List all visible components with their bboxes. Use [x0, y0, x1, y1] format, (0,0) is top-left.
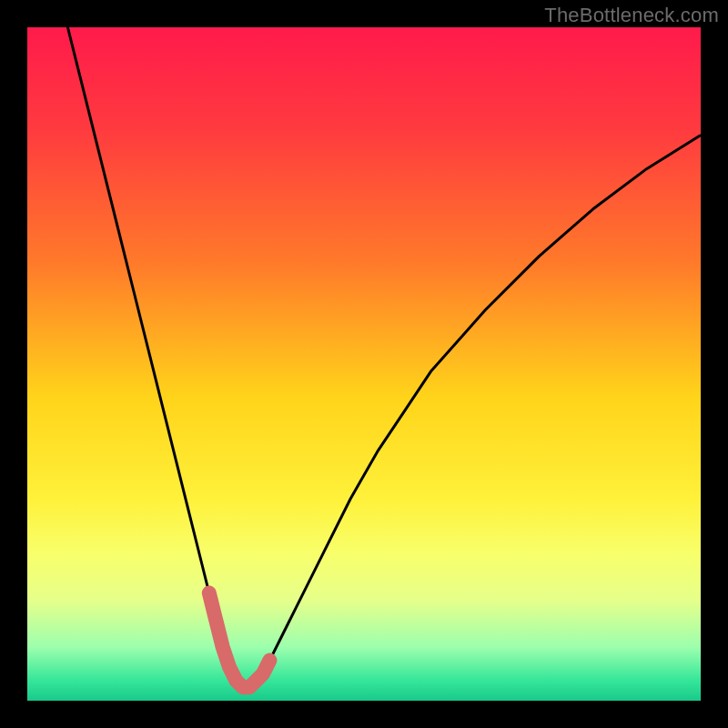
- outer-frame: TheBottleneck.com: [0, 0, 728, 728]
- gradient-background: [27, 27, 701, 701]
- chart-svg: [27, 27, 701, 701]
- plot-area: [27, 27, 701, 701]
- watermark-text: TheBottleneck.com: [544, 4, 719, 27]
